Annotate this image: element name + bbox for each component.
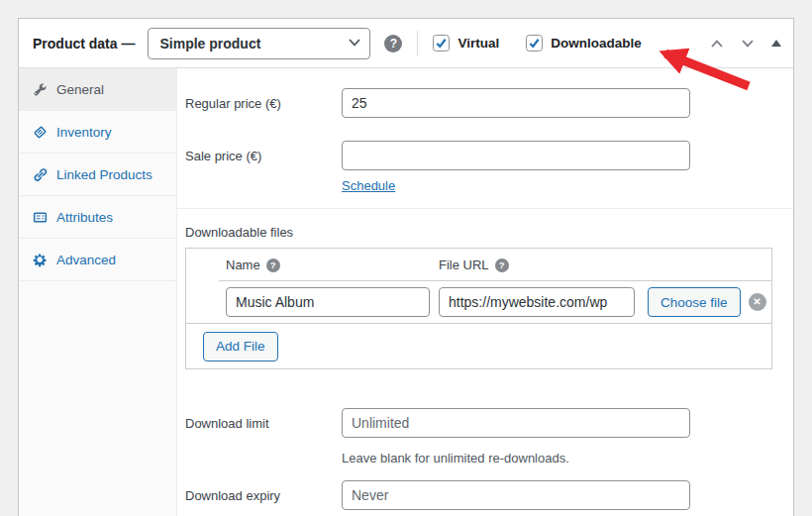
download-limit-help: Leave blank for unlimited re-downloads.	[185, 451, 773, 465]
delete-file-icon[interactable]: ✕	[749, 293, 766, 311]
virtual-label: Virtual	[457, 36, 499, 51]
gear-icon	[33, 253, 48, 267]
regular-price-label: Regular price (€)	[185, 96, 342, 111]
checkmark-icon	[528, 37, 541, 50]
tab-label: Advanced	[56, 253, 116, 267]
general-tab-panel: Regular price (€) Sale price (€) Schedul…	[177, 68, 793, 516]
product-type-select[interactable]: Simple product	[148, 28, 370, 59]
schedule-link[interactable]: Schedule	[342, 178, 395, 193]
download-limit-label: Download limit	[185, 416, 342, 431]
downloadable-files-section: Downloadable files Name ? File URL ?	[177, 208, 793, 510]
downloadable-checkbox[interactable]	[526, 35, 543, 52]
file-url-help-icon[interactable]: ?	[495, 258, 509, 272]
table-footer-row: Add File	[186, 324, 771, 368]
product-flags: Virtual Downloadable	[433, 35, 667, 52]
downloadable-files-table: Name ? File URL ?	[185, 248, 772, 369]
tab-general[interactable]: General	[19, 68, 176, 111]
tab-label: General	[56, 82, 104, 97]
link-icon	[33, 167, 48, 182]
chevron-down-icon	[740, 37, 756, 51]
downloadable-checkbox-wrap[interactable]: Downloadable	[526, 35, 642, 52]
table-header-row: Name ? File URL ?	[186, 249, 771, 281]
tab-label: Attributes	[56, 210, 113, 225]
header-divider	[417, 31, 418, 56]
sale-price-row: Sale price (€)	[185, 141, 773, 170]
file-url-input[interactable]	[439, 287, 635, 317]
virtual-checkbox-wrap[interactable]: Virtual	[433, 35, 499, 52]
virtual-checkbox[interactable]	[433, 35, 450, 52]
download-expiry-label: Download expiry	[185, 488, 342, 503]
file-row: Choose file ✕	[186, 281, 771, 324]
choose-file-button[interactable]: Choose file	[648, 287, 741, 317]
tab-label: Inventory	[56, 125, 112, 140]
download-expiry-row: Download expiry	[185, 480, 773, 510]
file-name-input[interactable]	[226, 287, 430, 317]
regular-price-input[interactable]	[342, 88, 690, 118]
chevron-down-icon	[349, 39, 360, 47]
add-file-button[interactable]: Add File	[203, 332, 278, 361]
move-up-button[interactable]	[707, 35, 727, 52]
sale-price-label: Sale price (€)	[185, 149, 342, 163]
download-limit-input[interactable]	[342, 408, 690, 438]
checkmark-icon	[435, 37, 448, 50]
tab-label: Linked Products	[56, 167, 152, 182]
downloadable-label: Downloadable	[551, 36, 642, 51]
product-data-header: Product data — Simple product ? Virtual	[19, 19, 793, 68]
attributes-card-icon	[33, 210, 48, 225]
name-help-icon[interactable]: ?	[266, 258, 280, 272]
file-url-column-header: File URL	[439, 258, 489, 272]
product-data-tabs: General Inventory Linked Produc	[19, 68, 177, 516]
tab-inventory[interactable]: Inventory	[19, 111, 176, 154]
tab-linked-products[interactable]: Linked Products	[19, 154, 176, 196]
tab-advanced[interactable]: Advanced	[19, 239, 176, 281]
inventory-icon	[33, 125, 48, 140]
product-data-panel: Product data — Simple product ? Virtual	[18, 18, 794, 516]
help-icon[interactable]: ?	[384, 35, 402, 52]
download-expiry-input[interactable]	[342, 480, 690, 510]
product-data-screen: { "header": { "title": "Product data —",…	[0, 0, 812, 516]
downloadable-files-label: Downloadable files	[185, 225, 773, 240]
panel-title: Product data —	[33, 36, 135, 52]
chevron-up-icon	[709, 37, 725, 51]
schedule-row: Schedule	[185, 178, 773, 193]
wrench-icon	[33, 82, 48, 97]
move-down-button[interactable]	[738, 35, 758, 52]
pricing-section: Regular price (€) Sale price (€) Schedul…	[177, 68, 793, 208]
tab-attributes[interactable]: Attributes	[19, 196, 176, 239]
sale-price-input[interactable]	[342, 141, 690, 170]
regular-price-row: Regular price (€)	[185, 88, 773, 118]
product-type-value: Simple product	[159, 36, 260, 52]
download-limit-row: Download limit	[185, 408, 773, 438]
name-column-header: Name	[226, 258, 260, 272]
toggle-panel-icon[interactable]	[771, 40, 781, 47]
